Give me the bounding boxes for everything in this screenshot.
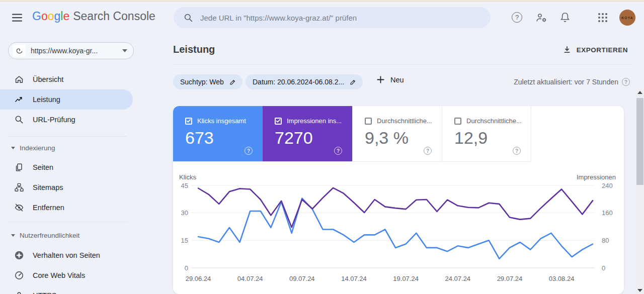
x-axis-tick: 04.07.24 — [237, 275, 263, 282]
metric-title: Impressionen ins... — [287, 117, 342, 125]
help-icon[interactable] — [245, 147, 253, 155]
property-selector[interactable]: https://www.koya-gr... — [8, 42, 134, 59]
performance-line-chart[interactable]: 001580301604524029.06.2404.07.2409.07.24… — [173, 171, 624, 294]
notifications-bell-icon[interactable] — [559, 11, 571, 24]
performance-panel: Klicks insgesamt 673 Impressionen ins...… — [173, 106, 624, 294]
search-icon — [184, 13, 193, 23]
eye-off-icon — [14, 203, 24, 213]
sidebar-item-label: HTTPS — [33, 291, 57, 294]
export-button[interactable]: EXPORTIEREN — [562, 45, 628, 54]
sidebar-divider — [8, 136, 127, 137]
pencil-icon — [229, 78, 236, 86]
vertical-scrollbar[interactable] — [636, 88, 644, 294]
property-url: https://www.koya-gr... — [31, 47, 122, 55]
app-logo[interactable]: Google Search Console — [32, 10, 155, 23]
lock-icon — [14, 290, 24, 294]
sidebar-item-label: Verhalten von Seiten — [33, 251, 100, 259]
sidebar-item-label: Leistung — [33, 95, 60, 104]
performance-trend-icon — [14, 94, 24, 105]
sitemap-tree-icon — [14, 182, 24, 192]
scroll-down-arrow-icon[interactable] — [637, 289, 642, 292]
sidebar-item-sitemaps[interactable]: Sitemaps — [0, 177, 133, 198]
logo-letter: G — [32, 10, 41, 23]
checkbox-unchecked-icon[interactable] — [365, 118, 372, 125]
metric-card-avg-ctr[interactable]: Durchschnittliche... 9,3 % — [352, 106, 442, 161]
product-name: Search Console — [73, 10, 155, 23]
sidebar-item-label: Sitemaps — [33, 183, 63, 191]
title-divider — [173, 64, 633, 65]
filter-chip-search-type[interactable]: Suchtyp: Web — [173, 74, 243, 89]
metric-value: 7270 — [275, 128, 313, 148]
sidebar-item-leistung[interactable]: Leistung — [0, 89, 133, 110]
series-line-impressionen — [198, 188, 593, 228]
help-icon[interactable] — [424, 147, 432, 155]
logo-letter: o — [48, 10, 54, 23]
google-search-console-app: Google Search Console Jede URL in "https… — [0, 0, 644, 294]
apps-grid-icon[interactable] — [597, 12, 608, 23]
x-axis-tick: 24.07.24 — [445, 275, 470, 282]
metric-card-impressions[interactable]: Impressionen ins... 7270 — [263, 106, 352, 161]
right-axis-tick: 0 — [602, 264, 605, 272]
logo-letter: e — [63, 10, 69, 23]
help-icon[interactable] — [513, 147, 521, 155]
scrollbar-thumb[interactable] — [636, 98, 643, 185]
page-title: Leistung — [173, 44, 215, 55]
speedometer-icon — [14, 270, 24, 280]
sidebar-item-label: Entfernen — [33, 204, 64, 212]
cards-divider — [173, 161, 532, 162]
sidebar-item-label: Seiten — [33, 163, 53, 171]
help-icon[interactable] — [334, 147, 342, 155]
sidebar-item-entfernen[interactable]: Entfernen — [0, 198, 133, 218]
metric-card-clicks[interactable]: Klicks insgesamt 673 — [173, 106, 263, 161]
x-axis-tick: 29.07.24 — [497, 275, 523, 282]
logo-letter: g — [54, 10, 60, 23]
new-filter-button[interactable]: Neu — [376, 75, 404, 84]
sidebar-item-label: Übersicht — [33, 75, 63, 83]
url-inspect-search-input[interactable]: Jede URL in "https://www.koya-graz.at/" … — [174, 7, 491, 28]
sidebar-item-seiten[interactable]: Seiten — [0, 157, 133, 177]
metric-card-avg-position[interactable]: Durchschnittliche... 12,9 — [442, 106, 531, 161]
metric-value: 9,3 % — [365, 128, 409, 148]
logo-letter: o — [41, 10, 48, 23]
x-axis-tick: 09.07.24 — [289, 275, 315, 282]
sidebar-item-url-pruefung[interactable]: URL-Prüfung — [0, 110, 133, 130]
collapse-triangle-icon — [11, 234, 15, 237]
search-placeholder: Jede URL in "https://www.koya-graz.at/" … — [200, 14, 357, 22]
sidebar-section-nutzerfreundlichkeit[interactable]: Nutzerfreundlichkeit — [0, 229, 133, 241]
avatar[interactable]: KOYA — [619, 10, 635, 26]
user-settings-icon[interactable] — [535, 12, 548, 24]
sidebar-item-verhalten-von-seiten[interactable]: Verhalten von Seiten — [0, 245, 133, 265]
sidebar-item-label: Core Web Vitals — [33, 271, 85, 279]
pencil-icon — [349, 78, 357, 86]
help-icon[interactable] — [512, 12, 522, 23]
sidebar-divider — [8, 222, 127, 222]
x-axis-tick: 03.08.24 — [549, 275, 575, 282]
x-axis-tick: 19.07.24 — [393, 275, 419, 282]
right-axis-tick: 240 — [602, 182, 613, 189]
checkbox-unchecked-icon[interactable] — [454, 118, 461, 125]
sidebar-item-uebersicht[interactable]: Übersicht — [0, 69, 133, 89]
plus-icon — [376, 75, 385, 84]
left-axis-tick: 45 — [181, 182, 188, 189]
scroll-up-arrow-icon[interactable] — [637, 91, 642, 94]
help-icon[interactable] — [622, 78, 630, 86]
home-icon — [14, 74, 24, 84]
left-axis-tick: 30 — [181, 209, 188, 217]
sidebar-item-core-web-vitals[interactable]: Core Web Vitals — [0, 265, 133, 285]
section-label: Nutzerfreundlichkeit — [20, 232, 79, 239]
section-label: Indexierung — [20, 144, 55, 152]
pages-icon — [14, 162, 24, 172]
new-label: Neu — [390, 76, 404, 84]
filter-chip-date[interactable]: Datum: 20.06.2024-06.08.2... — [246, 74, 363, 89]
x-axis-tick: 14.07.24 — [341, 275, 367, 282]
checkbox-checked-icon[interactable] — [185, 118, 192, 125]
sidebar-section-indexierung[interactable]: Indexierung — [0, 142, 133, 154]
download-icon — [562, 45, 572, 54]
last-updated-text: Zuletzt aktualisiert: vor 7 Stunden — [514, 78, 618, 86]
left-axis-tick: 0 — [185, 264, 188, 272]
avatar-text: KOYA — [621, 16, 633, 20]
sidebar-item-https[interactable]: HTTPS — [0, 285, 133, 294]
chevron-down-icon — [122, 49, 127, 52]
checkbox-checked-icon[interactable] — [275, 118, 282, 125]
menu-icon[interactable] — [11, 12, 25, 24]
